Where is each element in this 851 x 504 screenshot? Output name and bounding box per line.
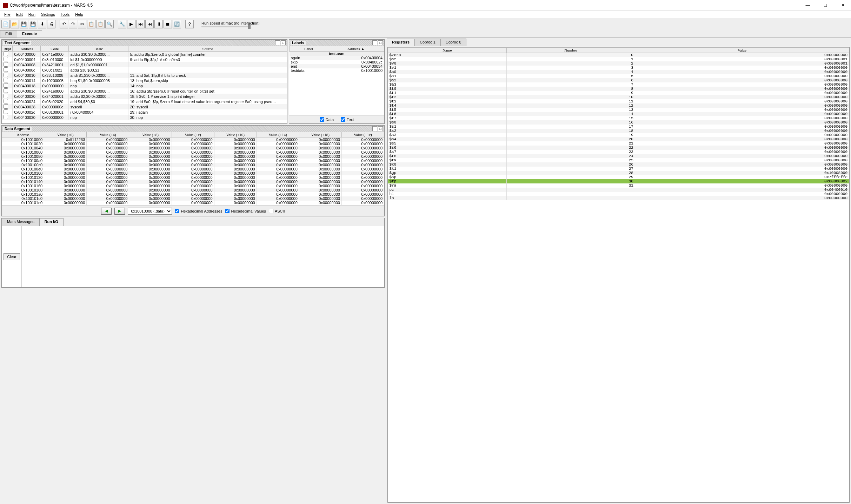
save-button[interactable]: 💾 xyxy=(20,20,28,28)
register-row[interactable]: hi0x00000000 xyxy=(388,192,849,196)
tab-run-io[interactable]: Run I/O xyxy=(39,218,64,226)
menu-file[interactable]: File xyxy=(1,12,13,17)
breakpoint-checkbox[interactable] xyxy=(4,104,8,109)
text-row[interactable]: 0x004000140x10200005beq $1,$0,0x00000005… xyxy=(2,78,287,83)
dump-button[interactable]: ⬇ xyxy=(38,20,46,28)
register-row[interactable]: $a150x00000000 xyxy=(388,74,849,78)
text-row[interactable]: 0x0040001c0x241e0000addiu $30,$0,0x0000.… xyxy=(2,88,287,94)
text-row[interactable]: 0x004000240x03c02020add $4,$30,$019: add… xyxy=(2,99,287,104)
text-row[interactable]: 0x004000100x33c10008andi $1,$30,0x00000.… xyxy=(2,73,287,78)
data-row[interactable]: 0x100101600x000000000x000000000x00000000… xyxy=(2,184,384,188)
menu-tools[interactable]: Tools xyxy=(58,12,73,17)
register-row[interactable]: $a370x00000000 xyxy=(388,82,849,87)
data-row[interactable]: 0x100101200x000000000x000000000x00000000… xyxy=(2,175,384,180)
register-row[interactable]: $sp290x7fffeffc xyxy=(388,175,849,179)
copy-button[interactable]: 📋 xyxy=(87,20,95,28)
tab-coproc0[interactable]: Coproc 0 xyxy=(440,39,467,46)
register-row[interactable]: $zero00x00000000 xyxy=(388,53,849,58)
data-address-select[interactable]: 0x10010000 (.data) xyxy=(128,208,172,215)
clear-button[interactable]: Clear xyxy=(4,253,20,260)
register-row[interactable]: $t9250x00000000 xyxy=(388,158,849,162)
data-row[interactable]: 0x100100800x000000000x000000000x00000000… xyxy=(2,154,384,159)
speed-slider[interactable] xyxy=(201,26,251,27)
data-row[interactable]: 0x100101800x000000000x000000000x00000000… xyxy=(2,188,384,192)
tab-registers[interactable]: Registers xyxy=(387,39,415,46)
label-row[interactable]: end0x00400034 xyxy=(290,64,384,68)
data-row[interactable]: 0x100101e00x000000000x000000000x00000000… xyxy=(2,201,384,205)
print-button[interactable]: 🖨 xyxy=(47,20,55,28)
open-file-button[interactable]: 📂 xyxy=(11,20,19,28)
labels-text-checkbox[interactable]: Text xyxy=(341,117,354,122)
register-row[interactable]: $ra310x00000000 xyxy=(388,183,849,188)
register-row[interactable]: $t2100x00000000 xyxy=(388,95,849,99)
data-row[interactable]: 0x100100600x000000000x000000000x00000000… xyxy=(2,150,384,154)
register-row[interactable]: $gp280x10008000 xyxy=(388,171,849,175)
data-prev-button[interactable]: ◀ xyxy=(101,208,112,215)
tab-mars-messages[interactable]: Mars Messages xyxy=(2,218,40,226)
tab-coproc1[interactable]: Coproc 1 xyxy=(414,39,441,46)
data-row[interactable]: 0x100101000x000000000x000000000x00000000… xyxy=(2,171,384,175)
text-row[interactable]: 0x0040002c0x08100001j 0x0040000429: j ag… xyxy=(2,109,287,115)
data-row[interactable]: 0x100101c00x000000000x000000000x00000000… xyxy=(2,196,384,201)
help-button[interactable]: ? xyxy=(185,20,194,28)
cut-button[interactable]: ✂ xyxy=(78,20,86,28)
maximize-button[interactable]: □ xyxy=(820,2,831,9)
run-button[interactable]: ▶ xyxy=(127,20,135,28)
register-row[interactable]: $a040x00000000 xyxy=(388,70,849,74)
hex-addresses-checkbox[interactable]: Hexadecimal Addresses xyxy=(175,209,222,213)
breakpoint-checkbox[interactable] xyxy=(4,78,8,82)
register-row[interactable]: $s0160x00000000 xyxy=(388,120,849,125)
breakpoint-checkbox[interactable] xyxy=(4,94,8,98)
register-row[interactable]: $fp300x00000002 xyxy=(388,179,849,183)
assemble-button[interactable]: 🔧 xyxy=(118,20,126,28)
register-row[interactable]: $t080x00000000 xyxy=(388,87,849,91)
register-row[interactable]: $s5210x00000000 xyxy=(388,141,849,146)
register-row[interactable]: $s6220x00000000 xyxy=(388,146,849,150)
register-row[interactable]: $s4200x00000000 xyxy=(388,137,849,141)
labels-table[interactable]: LabelAddress ▲test.asmagain0x00400004ski… xyxy=(289,46,384,115)
maximize-panel-icon[interactable]: □ xyxy=(281,40,286,45)
register-row[interactable]: $k0260x00000000 xyxy=(388,162,849,167)
register-row[interactable]: $at10x00000001 xyxy=(388,57,849,61)
backstep-button[interactable]: ⏮ xyxy=(145,20,154,28)
maximize-panel-icon[interactable]: □ xyxy=(378,126,383,131)
label-row[interactable]: again0x00400004 xyxy=(290,56,384,60)
undo-button[interactable]: ↶ xyxy=(60,20,68,28)
ascii-checkbox[interactable]: ASCII xyxy=(269,209,285,213)
data-row[interactable]: 0x100100000xff1122330x000000000x00000000… xyxy=(2,137,384,142)
pause-button[interactable]: ⏸ xyxy=(154,20,163,28)
register-row[interactable]: lo0x00000000 xyxy=(388,196,849,200)
data-row[interactable]: 0x100100400x000000000x000000000x00000000… xyxy=(2,146,384,150)
register-row[interactable]: $v130x00000000 xyxy=(388,66,849,70)
data-row[interactable]: 0x100100200x000000000x000000000x00000000… xyxy=(2,142,384,146)
register-row[interactable]: $s7230x00000000 xyxy=(388,150,849,154)
labels-data-checkbox[interactable]: Data xyxy=(320,117,334,122)
register-row[interactable]: $s3190x00000000 xyxy=(388,133,849,137)
register-row[interactable]: $t8240x00000000 xyxy=(388,154,849,158)
label-row[interactable]: testdata0x10010000 xyxy=(290,68,384,73)
stop-button[interactable]: ⏹ xyxy=(164,20,172,28)
step-button[interactable]: ⏭ xyxy=(136,20,145,28)
register-row[interactable]: $t7150x00000000 xyxy=(388,116,849,120)
menu-edit[interactable]: Edit xyxy=(13,12,26,17)
register-row[interactable]: $a260x00000000 xyxy=(388,78,849,82)
data-row[interactable]: 0x100100e00x000000000x000000000x00000000… xyxy=(2,167,384,171)
register-row[interactable]: $t5130x00000000 xyxy=(388,108,849,112)
data-next-button[interactable]: ▶ xyxy=(114,208,125,215)
text-row[interactable]: 0x004000080x34210001ori $1,$1,0x00000001 xyxy=(2,62,287,67)
menu-settings[interactable]: Settings xyxy=(38,12,58,17)
breakpoint-checkbox[interactable] xyxy=(4,57,8,61)
close-button[interactable]: ✕ xyxy=(838,2,848,9)
data-row[interactable]: 0x100101400x000000000x000000000x00000000… xyxy=(2,180,384,184)
breakpoint-checkbox[interactable] xyxy=(4,88,8,93)
register-row[interactable]: pc0x00400010 xyxy=(388,188,849,192)
tab-execute[interactable]: Execute xyxy=(17,30,42,38)
breakpoint-checkbox[interactable] xyxy=(4,73,8,77)
label-row[interactable]: skip0x0040002c xyxy=(290,60,384,64)
breakpoint-checkbox[interactable] xyxy=(4,62,8,67)
data-segment-table[interactable]: AddressValue (+0)Value (+4)Value (+8)Val… xyxy=(2,132,384,206)
minimize-panel-icon[interactable]: - xyxy=(372,126,377,131)
register-row[interactable]: $s1170x00000000 xyxy=(388,125,849,129)
menu-help[interactable]: Help xyxy=(72,12,86,17)
registers-table[interactable]: NameNumberValue$zero00x00000000$at10x000… xyxy=(388,47,849,502)
